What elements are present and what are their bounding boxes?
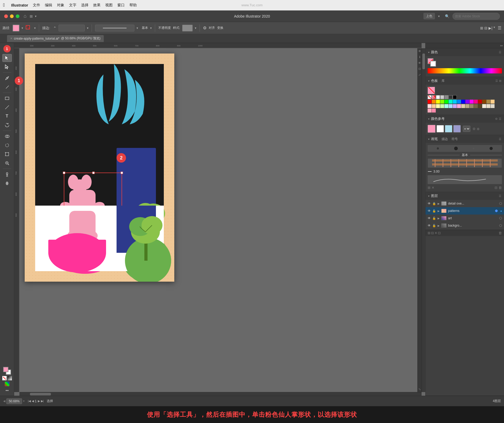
swatch-coral[interactable] [432,109,436,113]
color-panel-menu[interactable]: ☰ [499,51,501,54]
menu-window[interactable]: 窗口 [117,3,125,8]
swatch-brown[interactable] [482,100,486,104]
shape-builder-button[interactable] [2,132,12,140]
layers-bottom-2[interactable]: ⊟ [431,231,434,235]
fill-stroke-swatches[interactable] [3,367,11,375]
swatch-light-gray[interactable] [440,95,444,99]
transform-side-icon[interactable]: ⊡ [418,67,421,71]
layers-bottom-1[interactable]: ⊞ [428,231,430,235]
bg-color[interactable] [430,61,436,67]
brush-dot-2[interactable] [454,147,458,150]
swatch-cyan[interactable] [453,100,457,104]
stock-search-input[interactable] [453,13,500,20]
align-icon[interactable]: ⊟ [484,25,487,30]
fill-dropdown[interactable]: ▾ [22,26,23,30]
swatch-light-blue[interactable] [449,104,453,108]
zoom-dropdown[interactable]: ▾ [23,399,25,403]
gradient-button[interactable] [7,376,12,381]
maximize-button[interactable] [16,14,19,18]
scrollbar-horizontal[interactable] [19,392,422,396]
fill-swatch-large[interactable] [3,367,8,372]
layers-collapse[interactable]: ▾ [428,195,429,197]
layer-row-detail-overlay[interactable]: 👁 🔒 ▶ detail ove... [426,200,504,207]
color-ref-swatch-2[interactable] [445,125,452,132]
panel-collapse-arrow[interactable]: ▸▸ [500,44,503,47]
scrollbar-thumb-v[interactable] [422,53,425,69]
layer-circle-1[interactable] [499,202,502,205]
page-next[interactable]: ▶ [38,399,40,403]
menu-file[interactable]: 文件 [33,3,40,8]
zoom-minus[interactable]: ◀ [3,399,5,403]
minimize-button[interactable] [10,14,14,18]
blob-brush-button[interactable] [2,179,12,187]
swatch-tan[interactable] [486,100,490,104]
color-spectrum[interactable] [428,68,502,73]
layer-expand-3[interactable]: ▶ [438,217,440,220]
lasso-tool-button[interactable] [2,141,12,149]
brush-menu[interactable]: ☰ [499,137,501,141]
swatch-red[interactable] [428,100,432,104]
menu-edit[interactable]: 编辑 [45,3,52,8]
stroke-dropdown[interactable]: ▾ [34,26,36,30]
color-ref-swatch-3[interactable] [453,125,461,132]
brush-icon-3[interactable]: ⊟ [495,186,497,190]
menu-object[interactable]: 对象 [57,3,64,8]
layer-circle-3[interactable] [499,217,502,219]
layer-row-art[interactable]: 👁 🔓 ▶ art [426,215,504,222]
layer-row-patterns[interactable]: 👁 🔓 ▶ patterns ● [426,207,504,215]
basic-dropdown[interactable]: ▾ [150,26,152,30]
stroke-tab[interactable]: 描边 [442,137,448,141]
rotate-tool-button[interactable] [2,121,12,129]
menu-effect[interactable]: 效果 [93,3,101,8]
compass-icon[interactable]: ⊕ [418,49,421,53]
swatch-light-yellow[interactable] [436,104,440,108]
page-prev-prev[interactable]: |◀ [28,399,31,403]
color-fg-bg[interactable] [428,58,436,67]
select-tool-button[interactable] [2,54,12,62]
home-icon[interactable]: ⌂ [24,13,27,19]
color-ref-collapse[interactable]: ▾ [428,117,429,120]
color-panel-collapse[interactable]: ▾ [428,51,429,54]
layer-eye-3[interactable]: 👁 [428,216,431,220]
pen-tool-button[interactable] [2,74,12,82]
swatches-panel-header[interactable]: ▾ 色板 库 ☰ ⊞ [426,77,504,85]
layer-expand-1[interactable]: ▶ [438,202,440,205]
layers-menu[interactable]: ☰ [499,194,501,198]
scrollbar-vertical[interactable] [422,48,425,392]
layers-bottom-4[interactable]: ⊡ [438,231,441,235]
zoom-input[interactable] [6,398,22,404]
layers-panel-header[interactable]: ▾ 图层 ☰ [426,192,504,200]
symbol-tab[interactable]: 符号 [452,137,458,141]
menu-text[interactable]: 文字 [69,3,76,8]
pencil-tool-button[interactable] [2,83,12,91]
layout-icon[interactable]: ⊞ [30,14,33,18]
style-dropdown[interactable]: ▾ [195,26,196,30]
apple-menu[interactable]:  [3,2,5,8]
menu-illustrator[interactable]: Illustrator [11,3,28,7]
swatch-magenta[interactable] [470,100,474,104]
stroke-input-dropdown[interactable]: ▾ [87,26,88,30]
swatch-peach[interactable] [491,100,495,104]
resize-icon[interactable]: ⤡ [418,388,421,391]
swatch-light-purple[interactable] [453,104,457,108]
stroke-up-down[interactable]: ⌃ [53,26,56,30]
swatch-salmon[interactable] [428,109,432,113]
color-ref-swatch-1[interactable] [437,125,444,132]
tab-close-button[interactable]: ✕ [10,37,12,40]
page-next-last[interactable]: ▶| [41,399,44,403]
stroke-indicator[interactable] [25,25,32,31]
stroke-style-dropdown[interactable]: ▾ [136,26,138,30]
more-tools-button[interactable]: ••• [4,387,10,394]
layer-lock-3[interactable]: 🔓 [432,217,436,220]
swatch-dark-red[interactable] [478,100,482,104]
swatch-light-teal[interactable] [444,104,448,108]
brush-panel-header[interactable]: ▾ 画笔 描边 符号 ☰ [426,135,504,143]
brush-dot-3[interactable] [473,148,474,149]
layer-eye-2[interactable]: 👁 [428,209,431,213]
layer-eye-4[interactable]: 👁 [428,224,431,227]
arrange-icon[interactable]: ⊞ [480,25,483,30]
swatch-dark-blue[interactable] [461,100,465,104]
swatch-dark-coffee[interactable] [478,104,482,108]
swatches-grid-view[interactable]: ⊞ [499,79,501,83]
swatch-warm-cream[interactable] [486,104,490,108]
